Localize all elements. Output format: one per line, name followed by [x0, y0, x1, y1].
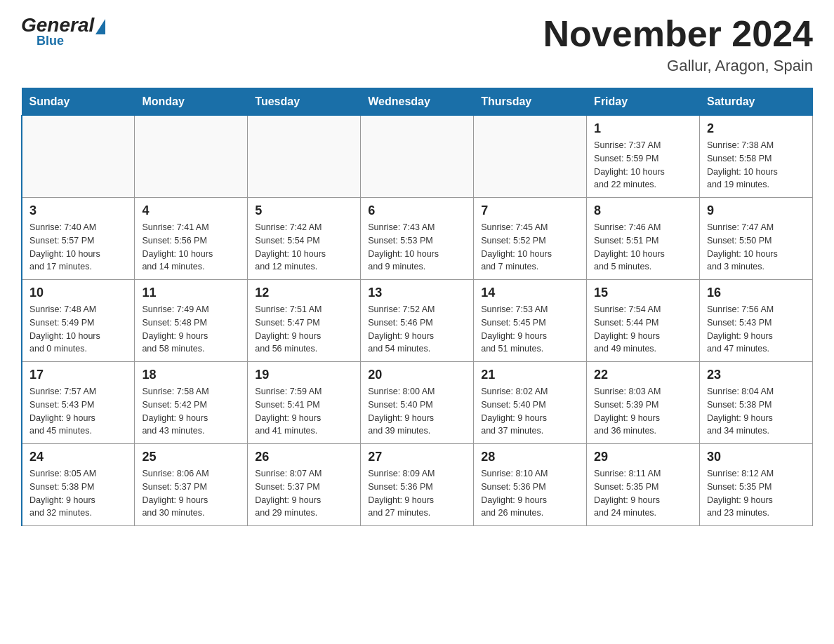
day-number: 28: [481, 450, 579, 464]
week-row-2: 3Sunrise: 7:40 AM Sunset: 5:57 PM Daylig…: [22, 198, 813, 280]
weekday-header-tuesday: Tuesday: [248, 88, 361, 116]
page-header: General Blue November 2024 Gallur, Arago…: [21, 14, 813, 75]
day-cell: 11Sunrise: 7:49 AM Sunset: 5:48 PM Dayli…: [135, 280, 248, 362]
day-info: Sunrise: 7:42 AM Sunset: 5:54 PM Dayligh…: [255, 221, 353, 274]
day-info: Sunrise: 8:00 AM Sunset: 5:40 PM Dayligh…: [368, 385, 466, 438]
day-cell: 15Sunrise: 7:54 AM Sunset: 5:44 PM Dayli…: [587, 280, 700, 362]
week-row-5: 24Sunrise: 8:05 AM Sunset: 5:38 PM Dayli…: [22, 444, 813, 526]
week-row-3: 10Sunrise: 7:48 AM Sunset: 5:49 PM Dayli…: [22, 280, 813, 362]
day-number: 26: [255, 450, 353, 464]
week-row-4: 17Sunrise: 7:57 AM Sunset: 5:43 PM Dayli…: [22, 362, 813, 444]
day-info: Sunrise: 7:52 AM Sunset: 5:46 PM Dayligh…: [368, 303, 466, 356]
day-cell: 10Sunrise: 7:48 AM Sunset: 5:49 PM Dayli…: [22, 280, 135, 362]
calendar-table: SundayMondayTuesdayWednesdayThursdayFrid…: [21, 88, 813, 526]
logo-blue-text: Blue: [37, 34, 64, 48]
day-info: Sunrise: 7:59 AM Sunset: 5:41 PM Dayligh…: [255, 385, 353, 438]
day-cell: 6Sunrise: 7:43 AM Sunset: 5:53 PM Daylig…: [361, 198, 474, 280]
day-cell: 23Sunrise: 8:04 AM Sunset: 5:38 PM Dayli…: [700, 362, 813, 444]
day-cell: 27Sunrise: 8:09 AM Sunset: 5:36 PM Dayli…: [361, 444, 474, 526]
day-info: Sunrise: 7:38 AM Sunset: 5:58 PM Dayligh…: [707, 139, 805, 192]
weekday-header-row: SundayMondayTuesdayWednesdayThursdayFrid…: [22, 88, 813, 116]
location-text: Gallur, Aragon, Spain: [543, 57, 813, 75]
day-info: Sunrise: 7:49 AM Sunset: 5:48 PM Dayligh…: [142, 303, 240, 356]
logo: General Blue: [21, 14, 105, 48]
day-cell: 2Sunrise: 7:38 AM Sunset: 5:58 PM Daylig…: [700, 116, 813, 198]
day-cell: 4Sunrise: 7:41 AM Sunset: 5:56 PM Daylig…: [135, 198, 248, 280]
day-cell: 29Sunrise: 8:11 AM Sunset: 5:35 PM Dayli…: [587, 444, 700, 526]
day-info: Sunrise: 7:47 AM Sunset: 5:50 PM Dayligh…: [707, 221, 805, 274]
day-info: Sunrise: 8:02 AM Sunset: 5:40 PM Dayligh…: [481, 385, 579, 438]
day-number: 25: [142, 450, 240, 464]
day-cell: 26Sunrise: 8:07 AM Sunset: 5:37 PM Dayli…: [248, 444, 361, 526]
day-info: Sunrise: 8:10 AM Sunset: 5:36 PM Dayligh…: [481, 467, 579, 520]
day-info: Sunrise: 8:06 AM Sunset: 5:37 PM Dayligh…: [142, 467, 240, 520]
day-cell: 13Sunrise: 7:52 AM Sunset: 5:46 PM Dayli…: [361, 280, 474, 362]
day-cell: 9Sunrise: 7:47 AM Sunset: 5:50 PM Daylig…: [700, 198, 813, 280]
day-number: 5: [255, 203, 353, 218]
day-cell: 8Sunrise: 7:46 AM Sunset: 5:51 PM Daylig…: [587, 198, 700, 280]
day-number: 2: [707, 121, 805, 136]
day-info: Sunrise: 7:48 AM Sunset: 5:49 PM Dayligh…: [29, 303, 127, 356]
day-info: Sunrise: 7:37 AM Sunset: 5:59 PM Dayligh…: [594, 139, 692, 192]
day-number: 16: [707, 286, 805, 300]
weekday-header-monday: Monday: [135, 88, 248, 116]
day-info: Sunrise: 7:45 AM Sunset: 5:52 PM Dayligh…: [481, 221, 579, 274]
day-number: 12: [255, 286, 353, 300]
day-cell: 12Sunrise: 7:51 AM Sunset: 5:47 PM Dayli…: [248, 280, 361, 362]
day-cell: 3Sunrise: 7:40 AM Sunset: 5:57 PM Daylig…: [22, 198, 135, 280]
day-number: 3: [29, 203, 127, 218]
day-cell: 1Sunrise: 7:37 AM Sunset: 5:59 PM Daylig…: [587, 116, 700, 198]
day-info: Sunrise: 7:54 AM Sunset: 5:44 PM Dayligh…: [594, 303, 692, 356]
day-number: 9: [707, 203, 805, 218]
day-cell: [361, 116, 474, 198]
day-number: 18: [142, 368, 240, 382]
day-number: 20: [368, 368, 466, 382]
day-cell: 22Sunrise: 8:03 AM Sunset: 5:39 PM Dayli…: [587, 362, 700, 444]
day-cell: 14Sunrise: 7:53 AM Sunset: 5:45 PM Dayli…: [474, 280, 587, 362]
week-row-1: 1Sunrise: 7:37 AM Sunset: 5:59 PM Daylig…: [22, 116, 813, 198]
day-number: 14: [481, 286, 579, 300]
day-info: Sunrise: 8:03 AM Sunset: 5:39 PM Dayligh…: [594, 385, 692, 438]
day-info: Sunrise: 8:05 AM Sunset: 5:38 PM Dayligh…: [29, 467, 127, 520]
day-cell: 30Sunrise: 8:12 AM Sunset: 5:35 PM Dayli…: [700, 444, 813, 526]
day-cell: 16Sunrise: 7:56 AM Sunset: 5:43 PM Dayli…: [700, 280, 813, 362]
weekday-header-sunday: Sunday: [22, 88, 135, 116]
day-info: Sunrise: 7:41 AM Sunset: 5:56 PM Dayligh…: [142, 221, 240, 274]
day-cell: 18Sunrise: 7:58 AM Sunset: 5:42 PM Dayli…: [135, 362, 248, 444]
day-info: Sunrise: 7:56 AM Sunset: 5:43 PM Dayligh…: [707, 303, 805, 356]
day-cell: [474, 116, 587, 198]
day-cell: 7Sunrise: 7:45 AM Sunset: 5:52 PM Daylig…: [474, 198, 587, 280]
day-info: Sunrise: 7:53 AM Sunset: 5:45 PM Dayligh…: [481, 303, 579, 356]
day-number: 8: [594, 203, 692, 218]
day-info: Sunrise: 8:09 AM Sunset: 5:36 PM Dayligh…: [368, 467, 466, 520]
day-info: Sunrise: 7:51 AM Sunset: 5:47 PM Dayligh…: [255, 303, 353, 356]
day-cell: 24Sunrise: 8:05 AM Sunset: 5:38 PM Dayli…: [22, 444, 135, 526]
day-number: 7: [481, 203, 579, 218]
day-number: 10: [29, 286, 127, 300]
day-number: 24: [29, 450, 127, 464]
day-number: 17: [29, 368, 127, 382]
weekday-header-friday: Friday: [587, 88, 700, 116]
day-info: Sunrise: 8:07 AM Sunset: 5:37 PM Dayligh…: [255, 467, 353, 520]
day-number: 22: [594, 368, 692, 382]
day-info: Sunrise: 7:57 AM Sunset: 5:43 PM Dayligh…: [29, 385, 127, 438]
day-cell: 17Sunrise: 7:57 AM Sunset: 5:43 PM Dayli…: [22, 362, 135, 444]
day-cell: 20Sunrise: 8:00 AM Sunset: 5:40 PM Dayli…: [361, 362, 474, 444]
day-number: 29: [594, 450, 692, 464]
day-number: 15: [594, 286, 692, 300]
day-number: 21: [481, 368, 579, 382]
day-number: 11: [142, 286, 240, 300]
day-number: 27: [368, 450, 466, 464]
day-info: Sunrise: 7:46 AM Sunset: 5:51 PM Dayligh…: [594, 221, 692, 274]
weekday-header-thursday: Thursday: [474, 88, 587, 116]
day-info: Sunrise: 7:40 AM Sunset: 5:57 PM Dayligh…: [29, 221, 127, 274]
day-cell: [135, 116, 248, 198]
day-cell: 5Sunrise: 7:42 AM Sunset: 5:54 PM Daylig…: [248, 198, 361, 280]
day-number: 23: [707, 368, 805, 382]
day-number: 30: [707, 450, 805, 464]
day-cell: [248, 116, 361, 198]
month-title: November 2024: [543, 14, 813, 54]
weekday-header-saturday: Saturday: [700, 88, 813, 116]
day-info: Sunrise: 7:43 AM Sunset: 5:53 PM Dayligh…: [368, 221, 466, 274]
day-number: 1: [594, 121, 692, 136]
